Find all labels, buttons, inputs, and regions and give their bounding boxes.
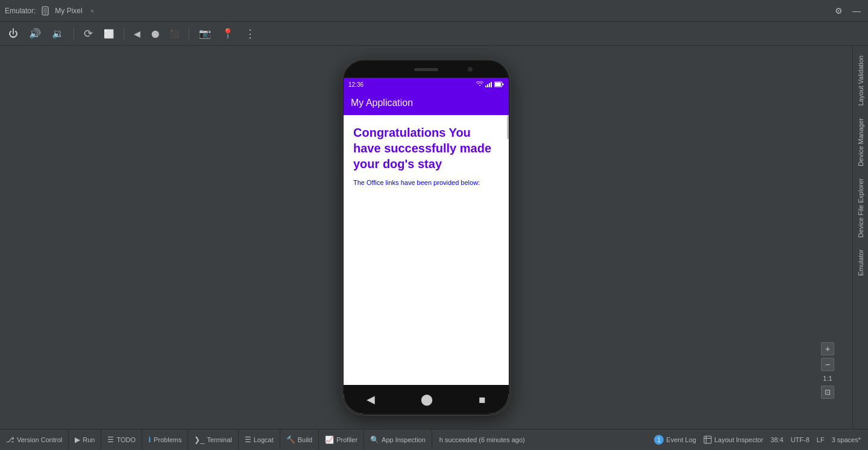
version-control-tab[interactable]: ⎇ Version Control [0, 430, 69, 450]
nav-recents-button[interactable]: ◼ [479, 395, 486, 404]
device-icon [40, 6, 50, 16]
event-log-section[interactable]: 1 Event Log [654, 435, 696, 445]
app-inspection-tab[interactable]: 🔍 App Inspection [364, 430, 432, 450]
profiler-tab[interactable]: 📈 Profiler [319, 430, 364, 450]
indent-label: 3 spaces* [832, 436, 861, 443]
terminal-tab[interactable]: ❯_ Terminal [188, 430, 238, 450]
phone-speaker [414, 68, 438, 71]
status-bar: 12:36 [344, 78, 509, 91]
sidebar-tab-device-manager[interactable]: Device Manager [855, 113, 867, 171]
line-ending-label: LF [817, 436, 825, 443]
phone-bottom-nav: ◀ ⬤ ◼ [344, 385, 509, 414]
terminal-label: Terminal [207, 436, 232, 443]
signal-icon [485, 81, 492, 87]
svg-rect-4 [487, 84, 488, 87]
profiler-label: Profiler [336, 436, 357, 443]
todo-icon: ☰ [107, 436, 114, 444]
build-tab[interactable]: 🔨 Build [280, 430, 319, 450]
run-tab[interactable]: ▶ Run [69, 430, 101, 450]
layout-inspector-label: Layout Inspector [714, 436, 763, 443]
svg-rect-8 [495, 83, 501, 86]
svg-rect-12 [706, 436, 706, 443]
emulator-label: Emulator: [5, 7, 36, 15]
layout-inspector-icon [703, 436, 712, 444]
status-icons [476, 81, 504, 87]
settings-icon[interactable]: ⚙ [832, 4, 845, 18]
svg-rect-3 [485, 86, 486, 87]
zoom-fit-button[interactable]: ⊡ [821, 386, 834, 399]
emulator-area: 12:36 [0, 46, 852, 429]
device-name-label: My Pixel [55, 7, 82, 15]
top-bar: Emulator: My Pixel × ⚙ — [0, 0, 868, 22]
todo-label: TODO [116, 436, 136, 443]
app-inspection-icon: 🔍 [370, 436, 379, 444]
run-label: Run [83, 436, 95, 443]
terminal-icon: ❯_ [194, 436, 204, 444]
back-button[interactable]: ◀ [130, 27, 144, 41]
phone-scroll-indicator [507, 115, 509, 139]
logcat-label: Logcat [254, 436, 274, 443]
more-options-button[interactable]: ⋮ [241, 25, 259, 43]
profiler-icon: 📈 [325, 436, 334, 444]
sidebar-tab-emulator[interactable]: Emulator [855, 245, 867, 281]
svg-rect-6 [491, 82, 492, 87]
problems-tab[interactable]: ℹ Problems [142, 430, 188, 450]
stop-button[interactable]: ⬛ [166, 27, 183, 40]
encoding-label: UTF-8 [791, 436, 810, 443]
version-control-icon: ⎇ [6, 436, 14, 444]
zoom-out-button[interactable]: − [821, 358, 834, 371]
cursor-position: 38:4 [770, 436, 783, 443]
svg-rect-11 [704, 438, 711, 439]
build-label: Build [298, 436, 312, 443]
event-log-label: Event Log [666, 436, 696, 443]
problems-label: Problems [154, 436, 181, 443]
battery-icon [494, 81, 504, 87]
office-links-text: The Office links have been provided belo… [353, 179, 499, 186]
phone-frame: 12:36 [342, 60, 510, 415]
bottom-status-right: 1 Event Log Layout Inspector 38:4 UTF-8 … [647, 435, 868, 445]
svg-rect-10 [704, 436, 711, 443]
app-title: My Application [351, 98, 413, 108]
event-log-badge: 1 [654, 435, 664, 445]
app-content: Congratulations You have successfully ma… [344, 115, 509, 414]
svg-rect-5 [489, 83, 490, 87]
volume-down-button[interactable]: 🔉 [48, 25, 68, 42]
build-success-text: h succeeded (6 minutes ago) [432, 436, 532, 443]
zoom-in-button[interactable]: + [821, 342, 834, 355]
volume-up-button[interactable]: 🔊 [25, 25, 45, 42]
run-icon: ▶ [75, 436, 80, 444]
toolbar-separator-3 [189, 28, 189, 40]
toolbar-separator-2 [124, 28, 124, 40]
screenshot-button[interactable]: 📷 [195, 25, 215, 42]
nav-home-button[interactable]: ⬤ [421, 393, 433, 406]
build-icon: 🔨 [286, 436, 295, 444]
version-control-label: Version Control [17, 436, 62, 443]
phone-top [344, 61, 509, 78]
problems-icon: ℹ [148, 436, 151, 444]
main-area: 12:36 [0, 46, 868, 429]
fold-button[interactable]: ⬜ [100, 27, 118, 41]
location-button[interactable]: 📍 [218, 25, 237, 42]
toolbar-separator-1 [74, 28, 74, 40]
wifi-icon [476, 81, 483, 87]
logcat-icon: ☰ [245, 436, 251, 444]
bottom-tabs: ⎇ Version Control ▶ Run ☰ TODO ℹ Problem… [0, 430, 647, 450]
rotate-button[interactable]: ⟳ [80, 25, 96, 43]
sidebar-tab-device-file-explorer[interactable]: Device File Explorer [855, 173, 867, 242]
power-button[interactable]: ⏻ [5, 26, 22, 42]
todo-tab[interactable]: ☰ TODO [101, 430, 142, 450]
logcat-tab[interactable]: ☰ Logcat [239, 430, 280, 450]
status-time: 12:36 [348, 81, 363, 88]
app-inspection-label: App Inspection [382, 436, 426, 443]
svg-rect-9 [503, 84, 504, 86]
congratulations-text: Congratulations You have successfully ma… [353, 125, 499, 172]
home-button[interactable]: ⬤ [148, 27, 163, 40]
app-bar: My Application [344, 91, 509, 115]
close-tab-button[interactable]: × [87, 6, 97, 16]
toolbar: ⏻ 🔊 🔉 ⟳ ⬜ ◀ ⬤ ⬛ 📷 📍 ⋮ [0, 22, 868, 46]
svg-point-2 [45, 13, 46, 14]
minimize-icon[interactable]: — [850, 4, 863, 18]
layout-inspector-section[interactable]: Layout Inspector [703, 436, 763, 444]
nav-back-button[interactable]: ◀ [366, 393, 375, 406]
sidebar-tab-layout-validation[interactable]: Layout Validation [855, 51, 867, 111]
